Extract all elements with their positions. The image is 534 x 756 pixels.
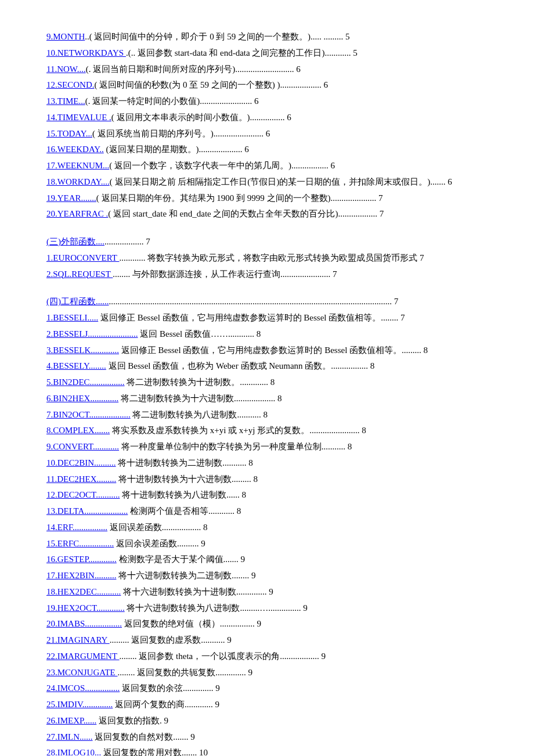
function-link[interactable]: 1.EUROCONVERT (46, 253, 120, 262)
entry-description: 将一种度量单位制中的数字转换为另一种度量单位制........... 8 (119, 442, 352, 451)
function-link[interactable]: 24.IMCOS................ (46, 683, 120, 693)
toc-entry: 15.ERFC................ 返回余误差函数.........… (46, 536, 488, 552)
function-link[interactable]: 26.IMEXP...... (46, 716, 96, 725)
toc-entry: 10.NETWORKDAYS .(.. 返回参数 start-data 和 en… (46, 45, 488, 62)
entry-description: 将十进制数转换为十六进制数......... 8 (116, 474, 258, 484)
entry-description: ( 返回用文本串表示的时间小数值。)................ 6 (111, 113, 291, 122)
function-link[interactable]: 8.COMPLEX....... (46, 426, 110, 435)
toc-entry: 12.DEC2OCT........... 将十进制数转换为八进制数......… (46, 487, 488, 503)
entry-description: ........ 与外部数据源连接，从工作表运行查询..............… (113, 269, 337, 279)
toc-entry: 22.IMARGUMENT ........ 返回参数 theta，一个以弧度表… (46, 649, 488, 665)
entry-description: ( 返回系统当前日期的序列号。)....................... … (92, 129, 270, 138)
function-link[interactable]: 6.BIN2HEX............. (46, 394, 118, 403)
toc-entry: 11.NOW....(. 返回当前日期和时间所对应的序列号)..........… (46, 62, 488, 78)
toc-entry: 26.IMEXP...... 返回复数的指数. 9 (46, 713, 488, 729)
entry-description: 将十进制数转换为二进制数........... 8 (116, 458, 253, 467)
function-link[interactable]: 14.ERF................ (46, 523, 107, 532)
function-link[interactable]: 15.ERFC................ (46, 539, 114, 548)
function-link[interactable]: 12.DEC2OCT........... (46, 490, 120, 499)
function-link[interactable]: 10.NETWORKDAYS (46, 48, 126, 57)
entry-description: ( 返回一个数字，该数字代表一年中的第几周。).................… (109, 161, 335, 170)
toc-entry: 3.BESSELK............. 返回修正 Bessel 函数值，它… (46, 343, 488, 359)
function-link[interactable]: 11.NOW.... (46, 64, 86, 74)
function-link[interactable]: 16.GESTEP............. (46, 555, 117, 564)
entry-description: (. 返回某一特定时间的小数值)........................… (85, 96, 259, 106)
toc-entry: 20.IMABS................. 返回复数的绝对值（模）...… (46, 616, 488, 632)
toc-entry: 18.HEX2DEC........... 将十六进制数转换为十进制数.....… (46, 584, 488, 600)
section-link[interactable]: (四)工程函数...... (46, 297, 109, 306)
function-link[interactable]: 5.BIN2DEC................ (46, 377, 125, 387)
function-link[interactable]: 14.TIMEVALUE . (46, 113, 111, 122)
toc-entry: 9.CONVERT............ 将一种度量单位制中的数字转换为另一种… (46, 439, 488, 455)
function-link[interactable]: 16.WEEKDAY.. (46, 145, 104, 154)
toc-entry: 1.EUROCONVERT ............ 将数字转换为欧元形式，将数… (46, 250, 488, 267)
function-link[interactable]: 18.WORKDAY.... (46, 177, 110, 186)
function-link[interactable]: 2.BESSELJ....................... (46, 329, 138, 339)
toc-entry: 12.SECOND.( 返回时间值的秒数(为 0 至 59 之间的一个整数) )… (46, 77, 488, 93)
entry-description: 将二进制数转换为八进制数........... 8 (131, 410, 268, 419)
function-link[interactable]: 17.HEX2BIN.......... (46, 571, 116, 580)
toc-entry: 7.BIN2OCT................... 将二进制数转换为八进制… (46, 407, 488, 423)
function-link[interactable]: 27.IMLN...... (46, 732, 93, 741)
toc-entry: 17.WEEKNUM...( 返回一个数字，该数字代表一年中的第几周。)....… (46, 158, 488, 174)
entry-description: ( 返回 start_date 和 end_date 之间的天数占全年天数的百分… (108, 209, 384, 218)
entry-description: 返回复数的余弦.............. 9 (120, 683, 220, 693)
function-link[interactable]: 13.TIME... (46, 96, 85, 106)
function-link[interactable]: 9.MONTH (46, 32, 85, 41)
entry-description: 返回修正 Bessel 函数值，它与用纯虚数参数运算时的 Bessel 函数值相… (119, 345, 428, 355)
function-link[interactable]: 11.DEC2HEX......... (46, 474, 116, 484)
entry-description: ..( 返回时间值中的分钟，即介于 0 到 59 之间的一个整数。)..... … (85, 32, 349, 41)
toc-entry: 1.BESSELI..... 返回修正 Bessel 函数值，它与用纯虚数参数运… (46, 310, 488, 326)
function-link[interactable]: 1.BESSELI..... (46, 313, 98, 322)
entry-description: ........ 返回复数的共轭复数.............. 9 (118, 668, 253, 677)
function-link[interactable]: 15.TODAY... (46, 129, 92, 138)
function-link[interactable]: 20.YEARFRAC . (46, 209, 108, 218)
toc-entry: 24.IMCOS................ 返回复数的余弦........… (46, 681, 488, 697)
function-link[interactable]: 18.HEX2DEC........... (46, 587, 121, 596)
toc-section-heading: (四)工程函数.................................… (46, 294, 488, 310)
function-link[interactable]: 22.IMARGUMENT (46, 651, 120, 661)
entry-description: 将实系数及虚系数转换为 x+yi 或 x+yj 形式的复数。..........… (110, 426, 366, 435)
function-link[interactable]: 12.SECOND. (46, 80, 95, 89)
toc-entry: 17.HEX2BIN.......... 将十六进制数转换为二进制数......… (46, 568, 488, 584)
function-link[interactable]: 9.CONVERT............ (46, 442, 119, 451)
function-link[interactable]: 25.IMDIV.............. (46, 700, 113, 709)
entry-description: ........................................… (109, 297, 399, 306)
entry-description: ( 返回时间值的秒数(为 0 至 59 之间的一个整数) )..........… (95, 80, 328, 89)
toc-entry: 16.WEEKDAY.. (返回某日期的星期数。)...............… (46, 142, 488, 158)
entry-description: 将十六进制数转换为二进制数........ 9 (116, 571, 255, 580)
entry-description: ( 返回某日期之前 后相隔指定工作日(节假日)的某一日期的值，并扣除周末或假日。… (110, 177, 452, 186)
function-link[interactable]: 17.WEEKNUM... (46, 161, 109, 170)
function-link[interactable]: 13.DELTA.................... (46, 506, 128, 516)
entry-description: 返回复数的绝对值（模）................ 9 (122, 619, 261, 628)
function-link[interactable]: 23.MCONJUGATE (46, 668, 118, 677)
toc-entry: 11.DEC2HEX......... 将十进制数转换为十六进制数.......… (46, 471, 488, 488)
entry-description: 返回复数的自然对数....... 9 (93, 732, 195, 741)
function-link[interactable]: 10.DEC2BIN.......... (46, 458, 116, 467)
section-link[interactable]: (三)外部函数.... (46, 237, 104, 246)
toc-entry: 28.IMLOG10... 返回复数的常用对数....... 10 (46, 745, 488, 756)
function-link[interactable]: 2.SQL.REQUEST (46, 269, 113, 279)
function-link[interactable]: 4.BESSELY........ (46, 361, 106, 370)
toc-entry: 4.BESSELY........ 返回 Bessel 函数值，也称为 Webe… (46, 358, 488, 375)
function-link[interactable]: 3.BESSELK............. (46, 345, 119, 355)
toc-entry: 19.YEAR.......( 返回某日期的年份。其结果为 1900 到 999… (46, 190, 488, 207)
toc-entry: 23.MCONJUGATE ........ 返回复数的共轭复数........… (46, 665, 488, 681)
toc-entry: 25.IMDIV.............. 返回两个复数的商.........… (46, 697, 488, 713)
function-link[interactable]: 20.IMABS................. (46, 619, 122, 628)
function-link[interactable]: 19.HEX2OCT............. (46, 603, 125, 613)
entry-description: 检测两个值是否相等............ 8 (128, 506, 241, 516)
function-link[interactable]: 21.IMAGINARY (46, 635, 110, 645)
function-link[interactable]: 7.BIN2OCT................... (46, 410, 131, 419)
entry-description: 返回 Bessel 函数值，也称为 Weber 函数或 Neumann 函数。.… (106, 361, 375, 370)
toc-entry: 18.WORKDAY....( 返回某日期之前 后相隔指定工作日(节假日)的某一… (46, 174, 488, 190)
entry-description: (. 返回当前日期和时间所对应的序列号)....................… (86, 64, 301, 74)
entry-description: ............ 将数字转换为欧元形式，将数字由欧元形式转换为欧盟成员国… (120, 253, 424, 262)
entry-description: 返回余误差函数.......... 9 (114, 539, 205, 548)
toc-entry: 9.MONTH..( 返回时间值中的分钟，即介于 0 到 59 之间的一个整数。… (46, 29, 488, 45)
function-link[interactable]: 19.YEAR....... (46, 193, 96, 203)
entry-description: ......... 返回复数的虚系数........... 9 (110, 635, 232, 645)
function-link[interactable]: 28.IMLOG10... (46, 748, 101, 756)
toc-section-heading: (三)外部函数...................... 7 (46, 234, 488, 250)
entry-description: ( 返回某日期的年份。其结果为 1900 到 9999 之间的一个整数)....… (96, 193, 383, 203)
